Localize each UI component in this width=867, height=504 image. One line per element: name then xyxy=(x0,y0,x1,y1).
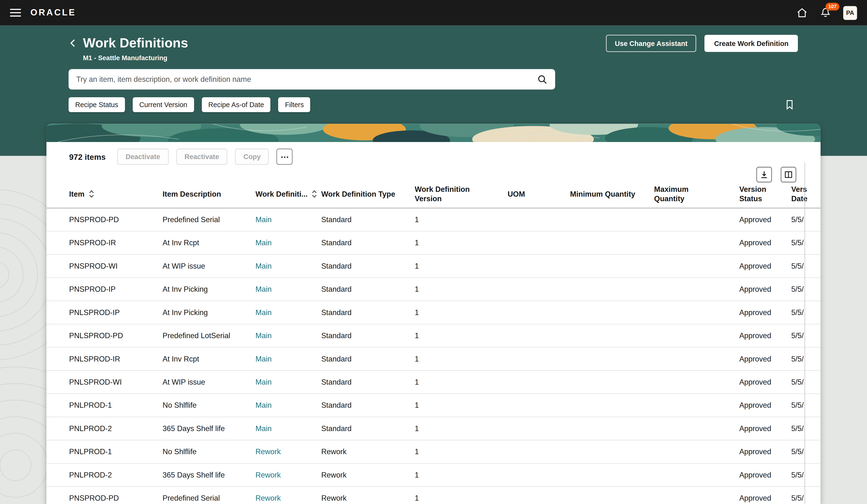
manage-columns-icon[interactable] xyxy=(781,167,796,182)
use-change-assistant-button[interactable]: Use Change Assistant xyxy=(606,35,696,52)
cell-version: 1 xyxy=(415,448,508,456)
work-definition-link[interactable]: Rework xyxy=(256,494,281,502)
filter-chip-current-version[interactable]: Current Version xyxy=(133,97,194,112)
application-window: ORACLE 107 PA xyxy=(0,0,867,504)
cell-status: Approved xyxy=(739,471,791,479)
cell-version: 1 xyxy=(415,262,508,270)
table-row[interactable]: PNLPROD-2365 Days Shelf lifeReworkRework… xyxy=(46,463,821,487)
table-row[interactable]: PNLSPROD-WIAt WIP issueMainStandard1Appr… xyxy=(46,371,821,394)
column-label: Work Definiti... xyxy=(256,189,308,199)
work-definition-link[interactable]: Rework xyxy=(256,448,281,456)
cell-version: 1 xyxy=(415,308,508,317)
cell-description: No Shlflife xyxy=(162,401,256,409)
table-row[interactable]: PNLSPROD-IRAt Inv RcptMainStandard1Appro… xyxy=(46,348,821,371)
cell-description: At Inv Rcpt xyxy=(162,355,256,363)
cell-type: Standard xyxy=(321,216,415,223)
table-row[interactable]: PNSPROD-IPAt Inv PickingMainStandard1App… xyxy=(46,278,821,301)
cell-status: Approved xyxy=(739,448,791,456)
cell-type: Standard xyxy=(321,262,415,270)
cell-description: 365 Days Shelf life xyxy=(162,424,256,432)
cell-name: Rework xyxy=(256,494,321,502)
cell-date: 5/5/ xyxy=(791,308,821,317)
reactivate-button[interactable]: Reactivate xyxy=(176,149,227,165)
cell-date: 5/5/ xyxy=(791,494,821,502)
table-body: PNSPROD-PDPredefined SerialMainStandard1… xyxy=(46,208,821,504)
work-definition-link[interactable]: Main xyxy=(256,239,272,247)
cell-description: No Shlflife xyxy=(162,448,256,456)
cell-description: Predefined LotSerial xyxy=(162,332,256,340)
cell-name: Rework xyxy=(256,448,321,456)
cell-date: 5/5/ xyxy=(791,355,821,363)
column-header-work-definition-name[interactable]: Work Definiti... xyxy=(256,189,321,199)
oracle-logo: ORACLE xyxy=(30,8,76,18)
table-row[interactable]: PNSPROD-WIAt WIP issueMainStandard1Appro… xyxy=(46,255,821,278)
column-header-item-description: Item Description xyxy=(162,189,256,199)
work-definition-link[interactable]: Main xyxy=(256,424,272,432)
work-definition-link[interactable]: Main xyxy=(256,216,272,223)
filter-chip-recipe-asof-date[interactable]: Recipe As-of Date xyxy=(202,97,270,112)
work-definition-link[interactable]: Main xyxy=(256,401,272,409)
cell-type: Standard xyxy=(321,285,415,293)
sort-icon[interactable] xyxy=(311,190,318,199)
cell-date: 5/5/ xyxy=(791,448,821,456)
cell-description: Predefined Serial xyxy=(162,216,256,223)
cell-date: 5/5/ xyxy=(791,401,821,409)
search-icon[interactable] xyxy=(537,74,547,84)
work-definition-link[interactable]: Main xyxy=(256,308,272,317)
column-header-item[interactable]: Item xyxy=(69,189,162,199)
work-definition-link[interactable]: Main xyxy=(256,332,272,340)
cell-version: 1 xyxy=(415,239,508,247)
cell-name: Rework xyxy=(256,471,321,479)
cell-date: 5/5/ xyxy=(791,471,821,479)
cell-version: 1 xyxy=(415,401,508,409)
table-row[interactable]: PNLPROD-1No ShlflifeReworkRework1Approve… xyxy=(46,440,821,463)
user-avatar[interactable]: PA xyxy=(843,6,857,20)
cell-name: Main xyxy=(256,424,321,432)
table-row[interactable]: PNLPROD-2365 Days Shelf lifeMainStandard… xyxy=(46,417,821,440)
filter-chip-filters[interactable]: Filters xyxy=(278,97,310,112)
table-row[interactable]: PNLSPROD-PDPredefined LotSerialMainStand… xyxy=(46,325,821,348)
deactivate-button[interactable]: Deactivate xyxy=(117,149,168,165)
cell-type: Standard xyxy=(321,308,415,317)
bookmark-icon[interactable] xyxy=(785,99,794,110)
page-title: Work Definitions xyxy=(83,35,188,52)
cell-date: 5/5/ xyxy=(791,424,821,432)
work-definition-link[interactable]: Main xyxy=(256,378,272,386)
back-button[interactable] xyxy=(69,39,77,48)
table-row[interactable]: PNSPROD-PDPredefined SerialReworkRework1… xyxy=(46,487,821,504)
cell-status: Approved xyxy=(739,308,791,317)
table-row[interactable]: PNSPROD-PDPredefined SerialMainStandard1… xyxy=(46,208,821,231)
app-topbar: ORACLE 107 PA xyxy=(0,0,867,25)
cell-description: At WIP issue xyxy=(162,378,256,386)
sort-icon[interactable] xyxy=(88,190,94,199)
download-icon[interactable] xyxy=(757,167,772,182)
column-header-minimum-quantity: Minimum Quantity xyxy=(570,189,654,199)
cell-item: PNLPROD-1 xyxy=(69,401,162,409)
column-label: Work Definition Version xyxy=(415,185,477,204)
table-row[interactable]: PNSPROD-IRAt Inv RcptMainStandard1Approv… xyxy=(46,231,821,255)
filter-chip-recipe-status[interactable]: Recipe Status xyxy=(69,97,125,112)
work-definition-link[interactable]: Main xyxy=(256,285,272,293)
table-row[interactable]: PNLSPROD-IPAt Inv PickingMainStandard1Ap… xyxy=(46,301,821,324)
create-work-definition-button[interactable]: Create Work Definition xyxy=(705,35,798,52)
table-row[interactable]: PNLPROD-1No ShlflifeMainStandard1Approve… xyxy=(46,394,821,417)
cell-description: At WIP issue xyxy=(162,262,256,270)
cell-item: PNLSPROD-IR xyxy=(69,355,162,363)
hamburger-menu-icon[interactable] xyxy=(10,9,21,17)
cell-item: PNLPROD-2 xyxy=(69,424,162,432)
more-actions-button[interactable]: ⋯ xyxy=(277,149,293,165)
cell-item: PNSPROD-IR xyxy=(69,239,162,247)
table-header-row: Item Item Description Work Definiti... xyxy=(46,185,821,208)
column-label: Item Description xyxy=(162,189,221,199)
copy-button[interactable]: Copy xyxy=(235,149,269,165)
cell-version: 1 xyxy=(415,494,508,502)
notifications-bell-icon[interactable]: 107 xyxy=(820,7,831,18)
work-definition-link[interactable]: Main xyxy=(256,262,272,270)
cell-date: 5/5/ xyxy=(791,216,821,223)
work-definition-link[interactable]: Rework xyxy=(256,471,281,479)
home-icon[interactable] xyxy=(796,7,808,18)
cell-type: Rework xyxy=(321,448,415,456)
column-label: Work Definition Type xyxy=(321,189,395,199)
work-definition-link[interactable]: Main xyxy=(256,355,272,363)
search-input[interactable] xyxy=(76,75,537,83)
